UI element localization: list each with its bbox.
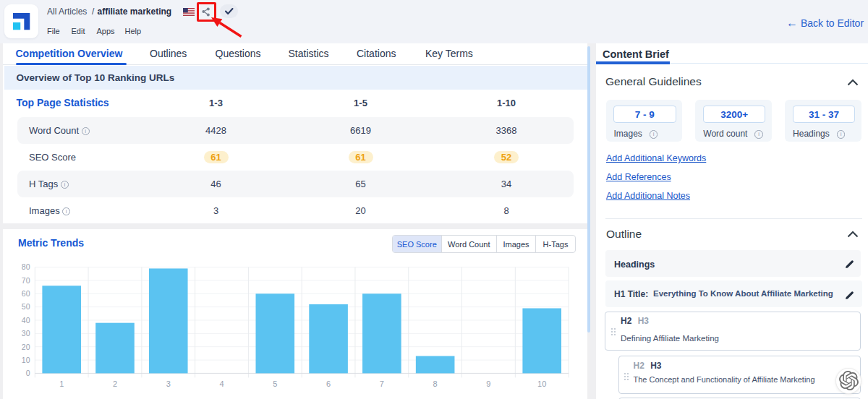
- svg-text:20: 20: [22, 343, 30, 351]
- svg-text:3: 3: [166, 379, 171, 388]
- svg-text:40: 40: [22, 316, 30, 325]
- svg-text:7: 7: [380, 379, 384, 388]
- svg-text:0: 0: [26, 369, 30, 377]
- svg-text:6: 6: [326, 379, 331, 388]
- svg-text:60: 60: [22, 289, 30, 298]
- svg-text:5: 5: [273, 379, 277, 388]
- svg-text:10: 10: [537, 379, 546, 388]
- svg-text:1: 1: [59, 379, 64, 388]
- svg-text:4: 4: [219, 379, 224, 388]
- svg-text:2: 2: [113, 379, 117, 388]
- svg-text:9: 9: [486, 379, 490, 388]
- svg-text:30: 30: [22, 329, 30, 338]
- svg-text:8: 8: [433, 379, 438, 388]
- svg-text:70: 70: [22, 276, 30, 285]
- svg-text:80: 80: [22, 262, 30, 271]
- svg-text:50: 50: [22, 302, 30, 311]
- svg-text:10: 10: [22, 356, 30, 364]
